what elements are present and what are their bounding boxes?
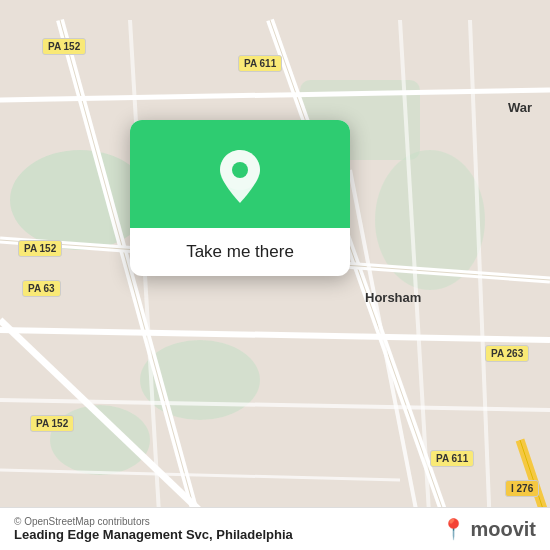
svg-point-24 [232, 162, 248, 178]
road-label-pa63: PA 63 [22, 280, 61, 297]
map-container: PA 152 PA 611 PA 152 PA 63 PA 152 PA 263… [0, 0, 550, 550]
road-label-pa611-bot: PA 611 [430, 450, 474, 467]
town-label-horsham: Horsham [365, 290, 421, 305]
svg-point-1 [10, 150, 150, 250]
road-label-pa611-top: PA 611 [238, 55, 282, 72]
location-name: Leading Edge Management Svc, Philadelphi… [14, 527, 293, 542]
moovit-logo: 📍 moovit [441, 517, 536, 541]
road-label-pa263: PA 263 [485, 345, 529, 362]
bottom-left: © OpenStreetMap contributors Leading Edg… [14, 516, 293, 542]
bottom-bar: © OpenStreetMap contributors Leading Edg… [0, 507, 550, 550]
road-label-i276: I 276 [505, 480, 539, 497]
popup-green-area [130, 120, 350, 228]
road-label-pa152-bot: PA 152 [30, 415, 74, 432]
road-label-pa152-mid: PA 152 [18, 240, 62, 257]
osm-credit: © OpenStreetMap contributors [14, 516, 293, 527]
take-me-there-button[interactable]: Take me there [166, 228, 314, 276]
location-pin-icon [215, 148, 265, 208]
town-label-war: War [508, 100, 532, 115]
popup-card: Take me there [130, 120, 350, 276]
road-label-pa152-top: PA 152 [42, 38, 86, 55]
moovit-pin-icon: 📍 [441, 517, 466, 541]
moovit-text: moovit [470, 518, 536, 541]
